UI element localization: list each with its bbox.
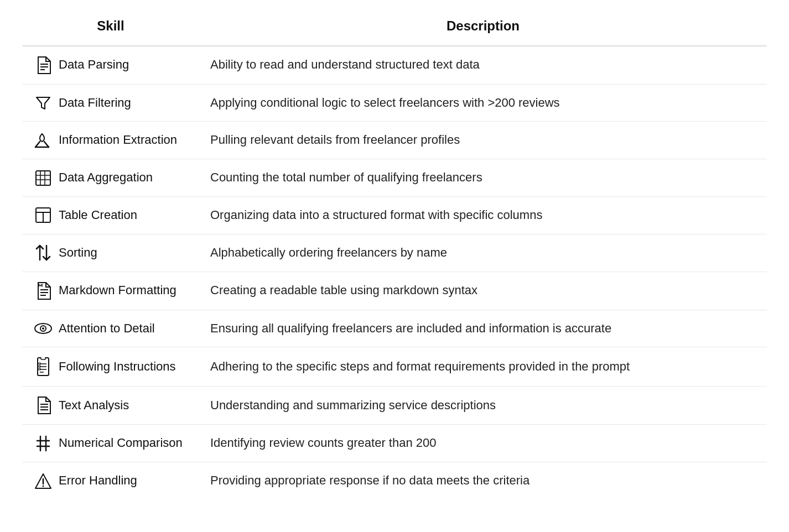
skill-name-table-creation: Table Creation: [59, 207, 137, 224]
skill-name-information-extraction: Information Extraction: [59, 132, 177, 149]
warning-icon: [33, 473, 53, 489]
table-row: Numerical ComparisonIdentifying review c…: [22, 425, 767, 462]
svg-rect-7: [36, 171, 50, 185]
table-row: Data AggregationCounting the total numbe…: [22, 159, 767, 197]
skill-name-data-aggregation: Data Aggregation: [59, 169, 153, 186]
grid-icon: [33, 170, 53, 186]
description-cell-error-handling: Providing appropriate response if no dat…: [199, 462, 767, 499]
skill-name-data-filtering: Data Filtering: [59, 95, 131, 112]
main-content: Skill Description Data ParsingAbility to…: [0, 0, 789, 532]
table-row: Table CreationOrganizing data into a str…: [22, 196, 767, 234]
description-cell-text-analysis: Understanding and summarizing service de…: [199, 387, 767, 425]
skills-table: Skill Description Data ParsingAbility to…: [22, 11, 767, 499]
svg-rect-30: [39, 366, 40, 367]
description-cell-markdown-formatting: Creating a readable table using markdown…: [199, 272, 767, 310]
skill-cell-markdown-formatting: Markdown Formatting: [22, 272, 199, 310]
skill-name-markdown-formatting: Markdown Formatting: [59, 282, 177, 299]
skill-cell-sorting: Sorting: [22, 234, 199, 272]
eye-icon: [33, 322, 53, 335]
document-edit-icon: [33, 282, 53, 300]
table-row: Attention to DetailEnsuring all qualifyi…: [22, 310, 767, 347]
table-row: SortingAlphabetically ordering freelance…: [22, 234, 767, 272]
skill-cell-information-extraction: Information Extraction: [22, 122, 199, 159]
skill-cell-error-handling: Error Handling: [22, 462, 199, 499]
table-row: Error HandlingProviding appropriate resp…: [22, 462, 767, 499]
document-icon: [33, 56, 53, 74]
skill-name-error-handling: Error Handling: [59, 472, 137, 489]
svg-rect-31: [39, 368, 40, 370]
skill-name-sorting: Sorting: [59, 244, 97, 262]
table-row: Data FilteringApplying conditional logic…: [22, 84, 767, 122]
description-cell-data-parsing: Ability to read and understand structure…: [199, 46, 767, 85]
svg-point-41: [43, 485, 44, 487]
skill-name-text-analysis: Text Analysis: [59, 397, 129, 414]
skill-name-numerical-comparison: Numerical Comparison: [59, 435, 183, 452]
table-row: Following InstructionsAdhering to the sp…: [22, 347, 767, 387]
description-cell-information-extraction: Pulling relevant details from freelancer…: [199, 122, 767, 159]
skill-cell-data-parsing: Data Parsing: [22, 46, 199, 85]
svg-marker-3: [37, 97, 50, 109]
skill-column-header: Skill: [22, 11, 199, 46]
sort-icon: [33, 244, 53, 261]
table-row: Data ParsingAbility to read and understa…: [22, 46, 767, 85]
skill-cell-data-aggregation: Data Aggregation: [22, 159, 199, 197]
table-icon: [33, 207, 53, 223]
skill-cell-table-creation: Table Creation: [22, 196, 199, 234]
svg-line-4: [35, 142, 40, 147]
svg-rect-24: [41, 357, 45, 359]
description-cell-attention-to-detail: Ensuring all qualifying freelancers are …: [199, 310, 767, 347]
description-cell-sorting: Alphabetically ordering freelancers by n…: [199, 234, 767, 272]
skill-name-following-instructions: Following Instructions: [59, 358, 176, 375]
description-cell-data-aggregation: Counting the total number of qualifying …: [199, 159, 767, 197]
table-row: Markdown FormattingCreating a readable t…: [22, 272, 767, 310]
skill-cell-following-instructions: Following Instructions: [22, 347, 199, 387]
description-cell-numerical-comparison: Identifying review counts greater than 2…: [199, 425, 767, 462]
table-row: Information ExtractionPulling relevant d…: [22, 122, 767, 159]
description-cell-data-filtering: Applying conditional logic to select fre…: [199, 84, 767, 122]
skill-name-attention-to-detail: Attention to Detail: [59, 320, 155, 337]
clipboard-icon: [33, 357, 53, 376]
svg-point-22: [42, 327, 44, 330]
skill-cell-data-filtering: Data Filtering: [22, 84, 199, 122]
svg-line-5: [44, 142, 49, 147]
skill-cell-numerical-comparison: Numerical Comparison: [22, 425, 199, 462]
text-document-icon: [33, 397, 53, 414]
skill-cell-text-analysis: Text Analysis: [22, 387, 199, 425]
hash-icon: [33, 435, 53, 452]
scissors-icon: [33, 133, 53, 148]
table-row: Text AnalysisUnderstanding and summarizi…: [22, 387, 767, 425]
filter-icon: [33, 95, 53, 111]
skill-name-data-parsing: Data Parsing: [59, 56, 129, 74]
description-cell-following-instructions: Adhering to the specific steps and forma…: [199, 347, 767, 387]
skill-cell-attention-to-detail: Attention to Detail: [22, 310, 199, 347]
description-column-header: Description: [199, 11, 767, 46]
svg-rect-29: [39, 363, 40, 364]
description-cell-table-creation: Organizing data into a structured format…: [199, 196, 767, 234]
